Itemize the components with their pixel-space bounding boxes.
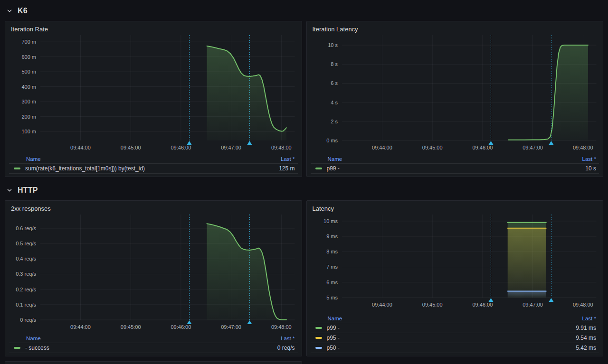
- legend-last-header[interactable]: Last *: [582, 156, 596, 162]
- y-axis-tick-label: 200 m: [21, 114, 36, 120]
- y-axis-tick-label: 5 ms: [326, 295, 338, 300]
- section-header-k6[interactable]: K6: [7, 6, 603, 16]
- y-axis-tick-label: 100 m: [21, 129, 36, 134]
- panel-title[interactable]: Iteration Rate: [11, 25, 298, 34]
- annotation-marker[interactable]: [247, 320, 252, 324]
- y-axis-tick-label: 2 s: [331, 119, 338, 124]
- x-axis-tick-label: 09:47:00: [221, 145, 241, 150]
- legend-last-value: 5.42 ms: [576, 345, 596, 351]
- x-axis-tick-label: 09:44:00: [70, 324, 91, 330]
- y-axis-tick-label: 6 s: [331, 80, 338, 86]
- chart-iteration-rate[interactable]: 100 m200 m300 m400 m500 m600 m700 m09:44…: [9, 35, 298, 155]
- chart-2xx-responses[interactable]: 0 req/s0.1 req/s0.2 req/s0.3 req/s0.4 re…: [9, 215, 298, 334]
- legend-name-header[interactable]: Name: [26, 336, 41, 341]
- y-axis-tick-label: 0.4 req/s: [16, 256, 36, 261]
- x-axis-tick-label: 09:46:00: [472, 145, 493, 150]
- legend-row[interactable]: p99 -9.91 ms: [311, 323, 599, 333]
- section-title-k6: K6: [18, 7, 28, 15]
- legend-series-label: p95 -: [327, 335, 571, 341]
- legend-last-header[interactable]: Last *: [582, 316, 596, 321]
- legend-row[interactable]: p50 -5.42 ms: [311, 343, 599, 353]
- chart-latency[interactable]: 5 ms6 ms7 ms8 ms9 ms10 ms09:44:0009:45:0…: [311, 215, 599, 312]
- y-axis-tick-label: 9 ms: [326, 233, 338, 239]
- legend-last-value: 10 s: [585, 165, 596, 172]
- panel-latency: Latency 5 ms6 ms7 ms8 ms9 ms10 ms09:44:0…: [306, 200, 604, 356]
- annotation-marker[interactable]: [549, 141, 553, 145]
- x-axis-tick-label: 09:45:00: [422, 145, 442, 150]
- legend: Name Last * p99 -9.91 msp95 -9.54 msp50 …: [311, 316, 599, 353]
- legend-last-value: 9.91 ms: [576, 325, 596, 331]
- legend-header: Name Last *: [9, 336, 298, 343]
- legend-last-value: 125 m: [279, 165, 294, 172]
- series-color-marker: [315, 327, 322, 329]
- legend-row[interactable]: sum(rate(k6_iterations_total[1m0s])) by(…: [9, 163, 298, 173]
- legend-rows: sum(rate(k6_iterations_total[1m0s])) by(…: [9, 163, 298, 174]
- gridlines: [342, 215, 596, 298]
- panel-title[interactable]: Latency: [313, 204, 599, 213]
- x-axis-tick-label: 09:48:00: [572, 145, 593, 150]
- legend: Name Last * p99 -10 s: [311, 156, 599, 174]
- y-axis-tick-label: 0.3 req/s: [16, 271, 36, 277]
- x-axis-tick-label: 09:44:00: [372, 302, 392, 308]
- chart-canvas[interactable]: 0 ms2 s4 s6 s8 s10 s09:44:0009:45:0009:4…: [311, 35, 599, 153]
- annotation-marker[interactable]: [549, 298, 553, 302]
- section-title-http: HTTP: [18, 186, 38, 195]
- series-fill: [508, 45, 588, 140]
- y-axis-tick-label: 8 ms: [326, 249, 338, 254]
- panel-iteration-latency: Iteration Latency 0 ms2 s4 s6 s8 s10 s09…: [306, 21, 604, 177]
- series-fill: [507, 228, 546, 298]
- legend-name-header[interactable]: Name: [26, 156, 41, 162]
- x-axis-tick-label: 09:44:00: [70, 145, 91, 150]
- annotation-marker[interactable]: [187, 320, 192, 324]
- next-panel-peek: [5, 361, 302, 364]
- legend-last-header[interactable]: Last *: [281, 336, 294, 341]
- panel-title[interactable]: Iteration Latency: [313, 25, 599, 34]
- x-axis-tick-label: 09:48:00: [271, 324, 292, 330]
- x-axis-tick-label: 09:47:00: [522, 145, 543, 150]
- legend-last-header[interactable]: Last *: [281, 156, 294, 162]
- y-axis-tick-label: 6 ms: [326, 280, 338, 285]
- chart-iteration-latency[interactable]: 0 ms2 s4 s6 s8 s10 s09:44:0009:45:0009:4…: [311, 35, 599, 155]
- section-header-http[interactable]: HTTP: [7, 185, 603, 196]
- chart-canvas[interactable]: 0 req/s0.1 req/s0.2 req/s0.3 req/s0.4 re…: [9, 215, 298, 332]
- panel-2xx-responses: 2xx responses 0 req/s0.1 req/s0.2 req/s0…: [5, 200, 302, 356]
- y-axis-tick-label: 0.2 req/s: [16, 287, 36, 292]
- chevron-down-icon: [7, 187, 12, 193]
- chart-canvas[interactable]: 5 ms6 ms7 ms8 ms9 ms10 ms09:44:0009:45:0…: [311, 215, 599, 310]
- x-axis-tick-label: 09:45:00: [121, 145, 141, 150]
- legend-name-header[interactable]: Name: [328, 156, 342, 162]
- y-axis-tick-label: 0.1 req/s: [16, 302, 36, 308]
- x-axis-tick-label: 09:46:00: [171, 324, 191, 330]
- legend-row[interactable]: - success0 req/s: [9, 343, 298, 353]
- legend-last-value: 0 req/s: [277, 345, 295, 351]
- legend-series-label: sum(rate(k6_iterations_total[1m0s])) by(…: [25, 165, 274, 172]
- series-color-marker: [14, 347, 20, 349]
- annotation-marker[interactable]: [488, 141, 493, 145]
- legend-row[interactable]: p99 -10 s: [311, 163, 599, 173]
- legend-rows: - success0 req/s: [9, 343, 298, 353]
- x-axis-tick-label: 09:45:00: [422, 302, 442, 308]
- legend: Name Last * sum(rate(k6_iterations_total…: [9, 156, 298, 174]
- annotation-marker[interactable]: [247, 141, 252, 145]
- dashboard: K6 Iteration Rate 100 m200 m300 m400 m50…: [0, 0, 608, 364]
- y-axis-tick-label: 4 s: [331, 100, 338, 105]
- x-axis-tick-label: 09:48:00: [271, 145, 292, 150]
- series-fill: [207, 224, 286, 320]
- legend-rows: p99 -9.91 msp95 -9.54 msp50 -5.42 ms: [311, 323, 599, 353]
- legend-name-header[interactable]: Name: [328, 316, 342, 321]
- legend-series-label: p99 -: [327, 325, 571, 331]
- series-color-marker: [315, 337, 322, 339]
- annotation-marker[interactable]: [187, 141, 192, 145]
- legend: Name Last * - success0 req/s: [9, 336, 298, 353]
- series-color-marker: [315, 347, 322, 349]
- y-axis-tick-label: 10 s: [328, 42, 338, 48]
- legend-row[interactable]: p95 -9.54 ms: [311, 333, 599, 343]
- panel-row-http: 2xx responses 0 req/s0.1 req/s0.2 req/s0…: [5, 200, 603, 356]
- annotation-marker[interactable]: [488, 298, 493, 302]
- panel-title[interactable]: 2xx responses: [11, 204, 298, 213]
- legend-header: Name Last *: [311, 316, 599, 323]
- y-axis-tick-label: 400 m: [21, 84, 36, 90]
- chart-canvas[interactable]: 100 m200 m300 m400 m500 m600 m700 m09:44…: [9, 35, 298, 153]
- panel-iteration-rate: Iteration Rate 100 m200 m300 m400 m500 m…: [5, 21, 302, 177]
- y-axis-tick-label: 10 ms: [323, 218, 338, 224]
